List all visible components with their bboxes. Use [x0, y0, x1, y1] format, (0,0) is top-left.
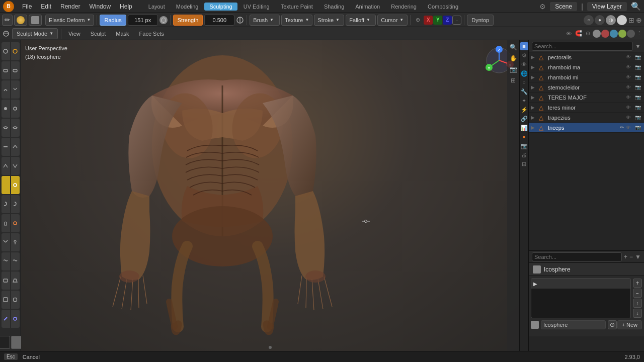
- outliner-item-sternocleidor[interactable]: ▶ △ sternocleidor 👁 📷: [529, 82, 644, 93]
- strength-icon[interactable]: [236, 16, 244, 24]
- strength-btn[interactable]: Strength: [173, 15, 203, 26]
- side-icon-particles[interactable]: ✦: [520, 97, 528, 105]
- rendered-btn[interactable]: ◉: [617, 15, 627, 25]
- properties-search-input[interactable]: [532, 252, 622, 261]
- visibility-icon[interactable]: 👁: [626, 125, 633, 130]
- view-menu[interactable]: View: [64, 30, 85, 38]
- texture-dropdown[interactable]: Texture ▼: [281, 15, 312, 26]
- outliner-search-input[interactable]: [532, 42, 633, 51]
- tool-clay-alt[interactable]: [11, 61, 20, 79]
- tool-smooth[interactable]: [2, 119, 10, 137]
- solid-btn[interactable]: ●: [595, 15, 605, 25]
- xyz-proportional-btn[interactable]: ·: [452, 16, 461, 25]
- tool-thumb[interactable]: [2, 214, 10, 232]
- side-icon-checker[interactable]: ⊞: [520, 160, 528, 168]
- material-add-icon[interactable]: ⊙: [608, 320, 617, 329]
- add-properties-btn[interactable]: +: [624, 253, 627, 260]
- stroke-dropdown[interactable]: Stroke ▼: [314, 15, 344, 26]
- tool-cloth[interactable]: [2, 252, 10, 270]
- tool-annotate-alt[interactable]: [11, 310, 20, 328]
- tool-lasso-trim[interactable]: [11, 291, 20, 309]
- tool-pose-alt[interactable]: [11, 233, 20, 251]
- brush-tex-icon[interactable]: [29, 15, 42, 26]
- gizmo-btn[interactable]: ⊕: [636, 16, 642, 24]
- brush-dropdown[interactable]: Brush ▼: [250, 15, 280, 26]
- wireframe-btn[interactable]: ○: [584, 15, 594, 25]
- material-btn[interactable]: ◑: [606, 15, 616, 25]
- remove-slot-btn[interactable]: −: [633, 289, 642, 298]
- workspace-rendering[interactable]: Rendering: [386, 3, 422, 11]
- outliner-filter-btn[interactable]: ▼: [635, 43, 641, 50]
- cursor-dropdown[interactable]: Cursor ▼: [377, 15, 408, 26]
- visibility-icon[interactable]: 👁: [626, 54, 633, 60]
- tool-thumb-alt[interactable]: [11, 214, 20, 232]
- side-icon-material[interactable]: ●: [520, 133, 528, 141]
- camera-icon[interactable]: 📷: [635, 74, 642, 80]
- workspace-shading[interactable]: Shading: [319, 3, 349, 11]
- tool-fill-alt[interactable]: [11, 157, 20, 175]
- camera-icon[interactable]: 📷: [635, 125, 642, 130]
- tool-pinch-alt[interactable]: [11, 80, 20, 99]
- visibility-icon[interactable]: 👁: [626, 74, 633, 80]
- overlay-btn[interactable]: ⊞: [628, 16, 634, 24]
- tool-fill[interactable]: [2, 157, 10, 175]
- sculpt-icon[interactable]: [2, 30, 10, 38]
- visibility-icon[interactable]: 👁: [626, 105, 633, 110]
- tool-smooth-alt[interactable]: [11, 119, 20, 137]
- camera-icon[interactable]: 📷: [635, 64, 642, 70]
- cancel-label[interactable]: Cancel: [23, 354, 40, 360]
- radius-value[interactable]: 151 px: [128, 15, 158, 26]
- grid-btn[interactable]: ⊞: [508, 75, 518, 85]
- tool-cloth-alt[interactable]: [11, 252, 20, 270]
- camera-icon[interactable]: 📷: [635, 115, 642, 120]
- add-slot-btn[interactable]: +: [633, 279, 642, 288]
- menu-help[interactable]: Help: [116, 2, 136, 11]
- scene-selector[interactable]: Scene: [550, 2, 577, 11]
- camera-icon[interactable]: 📷: [635, 95, 642, 100]
- dyntop-btn[interactable]: Dyntop: [467, 15, 494, 26]
- strength-value[interactable]: 0.500: [204, 15, 234, 26]
- side-icon-constraints[interactable]: 🔗: [520, 115, 528, 123]
- falloff-dropdown[interactable]: Falloff ▼: [346, 15, 376, 26]
- outliner-item-rhamboid-mi[interactable]: ▶ △ rhamboid mi 👁 📷: [529, 72, 644, 82]
- remove-properties-btn[interactable]: −: [629, 253, 633, 260]
- camera-btn[interactable]: 📷: [508, 64, 518, 74]
- tool-inflate[interactable]: [2, 100, 10, 118]
- transform-orientation-btn[interactable]: ⊕: [413, 16, 422, 25]
- camera-icon[interactable]: 📷: [635, 84, 642, 90]
- camera-icon[interactable]: 📷: [635, 105, 642, 110]
- tool-draw-alt[interactable]: [11, 42, 20, 60]
- outliner-item-teres-major[interactable]: ▶ △ TERES MAJOF 👁 📷: [529, 93, 644, 103]
- tool-inflate-alt[interactable]: [11, 100, 20, 118]
- sphere-btn-3[interactable]: [610, 30, 618, 38]
- material-slot-item-1[interactable]: ▶: [531, 279, 630, 289]
- sculpt-menu[interactable]: Sculpt: [87, 30, 110, 38]
- proportional-btn[interactable]: ⊙: [585, 29, 591, 38]
- tool-annotate[interactable]: [2, 310, 10, 328]
- workspace-animation[interactable]: Animation: [350, 3, 385, 11]
- mask-menu[interactable]: Mask: [112, 30, 133, 38]
- tool-pinch[interactable]: [2, 80, 10, 99]
- tool-snake-hook-alt[interactable]: [11, 195, 20, 213]
- tool-elastic-alt[interactable]: [11, 176, 20, 194]
- tool-draw[interactable]: [2, 42, 10, 60]
- side-icon-data[interactable]: 📊: [520, 124, 528, 132]
- sphere-btn-1[interactable]: [593, 30, 601, 38]
- side-icon-object[interactable]: ○: [520, 78, 528, 86]
- workspace-modeling[interactable]: Modeling: [171, 3, 204, 11]
- tool-snake-hook[interactable]: [2, 195, 10, 213]
- workspace-layout[interactable]: Layout: [143, 3, 170, 11]
- z-axis-btn[interactable]: Z: [443, 16, 452, 25]
- side-icon-physics[interactable]: ⚡: [520, 106, 528, 114]
- side-icon-outliner[interactable]: ≡: [520, 42, 528, 50]
- side-icon-world[interactable]: 🌐: [520, 69, 528, 77]
- menu-render[interactable]: Render: [56, 2, 84, 11]
- face-sets-menu[interactable]: Face Sets: [135, 30, 169, 38]
- visibility-icon[interactable]: 👁: [626, 115, 633, 120]
- material-new-btn[interactable]: + New: [617, 320, 642, 329]
- foreground-color[interactable]: [0, 336, 10, 349]
- tool-mask-alt[interactable]: [11, 272, 20, 290]
- tool-mask[interactable]: [2, 272, 10, 290]
- workspace-texture-paint[interactable]: Texture Paint: [276, 3, 318, 11]
- side-icon-properties[interactable]: ⚙: [520, 51, 528, 59]
